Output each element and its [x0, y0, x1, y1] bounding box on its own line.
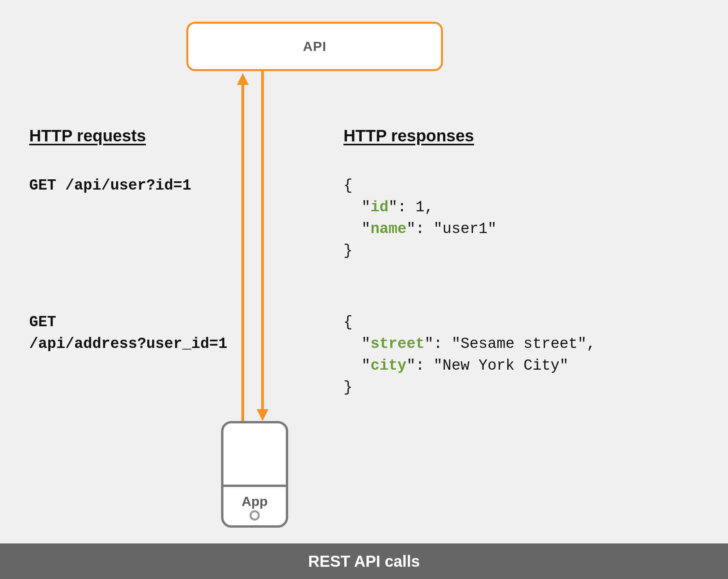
requests-heading: HTTP requests: [29, 126, 146, 145]
phone-node: App: [221, 421, 288, 528]
brace-close: }: [343, 242, 353, 259]
brace-open: {: [343, 314, 353, 331]
brace-close: }: [343, 379, 353, 396]
request-1: GET /api/user?id=1: [29, 175, 191, 196]
json-key: name: [370, 220, 406, 237]
response-2: { "street": "Sesame street", "city": "Ne…: [343, 311, 596, 398]
svg-marker-1: [237, 73, 249, 85]
api-label: API: [303, 39, 326, 54]
json-key: street: [370, 335, 424, 352]
json-key: city: [370, 357, 406, 374]
svg-marker-3: [257, 409, 268, 421]
brace-open: {: [343, 177, 353, 194]
request-2-line2: /api/address?user_id=1: [29, 335, 227, 352]
flow-arrows: [0, 0, 728, 579]
diagram-canvas: API HTTP requests HTTP responses GET /ap…: [0, 0, 728, 579]
api-node: API: [186, 22, 443, 71]
request-2: GET /api/address?user_id=1: [29, 311, 227, 355]
request-2-line1: GET: [29, 314, 56, 331]
footer-title: REST API calls: [308, 553, 420, 570]
json-val: : 1,: [398, 199, 433, 216]
phone-label: App: [223, 494, 286, 509]
footer-bar: REST API calls: [0, 543, 728, 579]
responses-heading: HTTP responses: [343, 126, 474, 145]
json-key: id: [370, 199, 388, 216]
home-button-icon: [250, 510, 260, 521]
json-val: : "Sesame street",: [433, 335, 595, 352]
json-val: : "user1": [415, 220, 496, 237]
json-val: : "New York City": [415, 357, 569, 374]
phone-divider: [221, 485, 288, 487]
response-1: { "id": 1, "name": "user1" }: [343, 175, 497, 261]
